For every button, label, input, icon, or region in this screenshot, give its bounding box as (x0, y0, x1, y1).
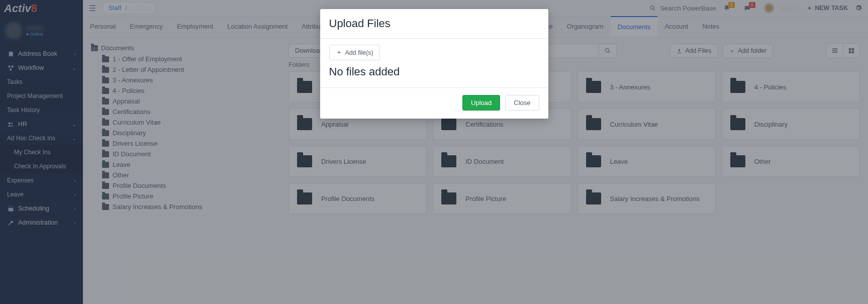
modal-title: Upload Files (320, 9, 548, 39)
add-files-modal-button[interactable]: ＋ Add file(s) (329, 45, 380, 60)
plus-icon: ＋ (336, 48, 342, 57)
upload-modal: Upload Files ＋ Add file(s) No files adde… (320, 9, 548, 119)
modal-body: ＋ Add file(s) No files added (320, 39, 548, 88)
app-root: Activ8 ——— ● Online Address Book‹Workflo… (0, 0, 868, 304)
upload-button[interactable]: Upload (462, 95, 500, 111)
close-button[interactable]: Close (505, 95, 539, 111)
modal-footer: Upload Close (320, 88, 548, 119)
no-files-message: No files added (329, 65, 539, 78)
add-files-modal-label: Add file(s) (345, 49, 373, 56)
modal-overlay[interactable]: Upload Files ＋ Add file(s) No files adde… (0, 0, 868, 304)
